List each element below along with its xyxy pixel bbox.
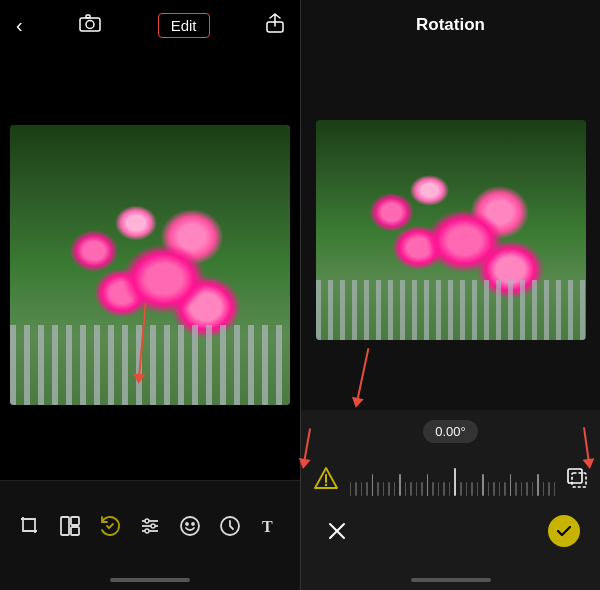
- svg-rect-5: [71, 517, 79, 525]
- left-header: ‹ Edit: [0, 0, 300, 50]
- right-image-area: [301, 50, 600, 410]
- cancel-button[interactable]: [321, 515, 353, 547]
- home-bar: [110, 578, 190, 582]
- rotation-controls: 0.00°: [301, 410, 600, 570]
- photo-fence: [10, 325, 290, 405]
- rotation-slider[interactable]: [347, 458, 558, 498]
- rotation-level-icon[interactable]: [313, 466, 339, 490]
- svg-rect-23: [568, 469, 582, 483]
- action-row: [301, 503, 600, 547]
- right-home-bar: [411, 578, 491, 582]
- svg-point-1: [86, 20, 94, 28]
- svg-rect-4: [61, 517, 69, 535]
- camera-icon: [79, 14, 101, 37]
- right-arrow-annotation: [356, 347, 358, 402]
- svg-point-15: [192, 523, 194, 525]
- face-tool-icon[interactable]: [172, 508, 208, 544]
- svg-rect-24: [572, 473, 586, 487]
- rotation-value-badge: 0.00°: [423, 420, 478, 443]
- text-tool-icon[interactable]: T: [252, 508, 288, 544]
- svg-text:T: T: [262, 518, 273, 535]
- left-photo: [10, 125, 290, 405]
- edit-label[interactable]: Edit: [158, 13, 210, 38]
- time-tool-icon[interactable]: [212, 508, 248, 544]
- ruler-ticks: [347, 460, 558, 496]
- right-header: Rotation: [301, 0, 600, 50]
- photo2-fence: [316, 280, 586, 340]
- svg-point-20: [325, 484, 327, 486]
- svg-point-13: [181, 517, 199, 535]
- confirm-button[interactable]: [548, 515, 580, 547]
- left-panel: ‹ Edit: [0, 0, 300, 590]
- right-home-indicator: [301, 570, 600, 590]
- crop-tool-icon[interactable]: [12, 508, 48, 544]
- slider-row: [301, 453, 600, 503]
- right-panel: Rotation 0.00°: [301, 0, 600, 590]
- rotation-tool-icon[interactable]: [92, 508, 128, 544]
- rotation-title: Rotation: [416, 15, 485, 35]
- svg-point-11: [151, 524, 155, 528]
- crop-rotate-icon[interactable]: [566, 467, 588, 489]
- svg-point-14: [186, 523, 188, 525]
- svg-rect-6: [71, 527, 79, 535]
- svg-point-10: [145, 519, 149, 523]
- left-toolbar: T: [0, 480, 300, 570]
- back-button[interactable]: ‹: [16, 14, 23, 37]
- svg-point-12: [145, 529, 149, 533]
- adjust-tool-icon[interactable]: [132, 508, 168, 544]
- left-home-indicator: [0, 570, 300, 590]
- rotation-arrow-annotation: [303, 428, 305, 463]
- left-image-area: [0, 50, 300, 480]
- layout-tool-icon[interactable]: [52, 508, 88, 544]
- share-icon[interactable]: [266, 13, 284, 38]
- svg-rect-2: [86, 15, 90, 18]
- right-photo: [316, 120, 586, 340]
- crop-arrow-annotation: [588, 427, 590, 463]
